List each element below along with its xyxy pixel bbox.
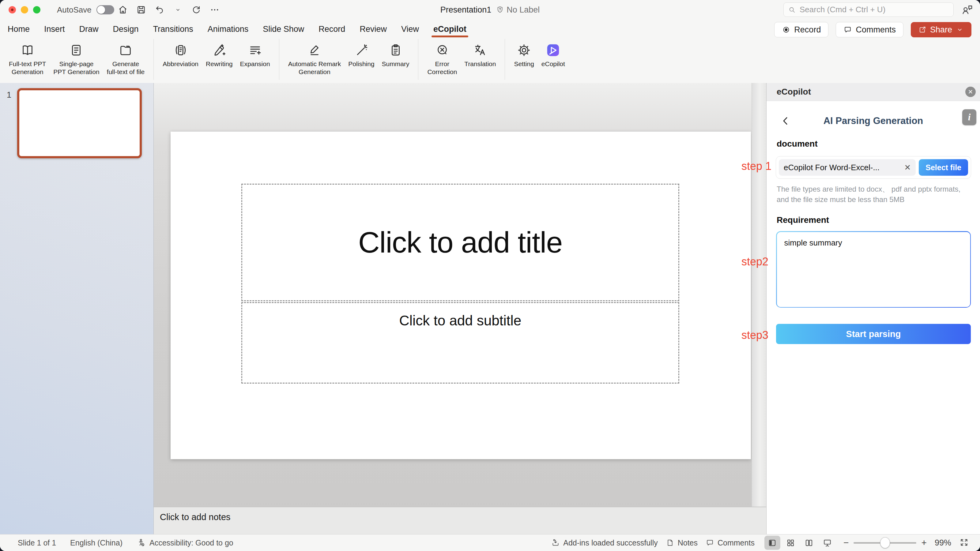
menu-tab[interactable]: Transitions [153, 24, 193, 34]
comment-icon [843, 25, 852, 34]
undo-dropdown-chevron-icon[interactable] [172, 4, 184, 16]
ribbon-item[interactable]: Abbreviation [161, 41, 200, 68]
requirement-section-label: Requirement [776, 215, 829, 225]
close-window-button[interactable] [9, 6, 16, 13]
notes-label: Notes [678, 538, 698, 547]
menu-tab[interactable]: Slide Show [263, 24, 304, 34]
language-indicator[interactable]: English (China) [70, 538, 123, 547]
slide-thumbnail-pane: 1 [0, 83, 154, 534]
record-button[interactable]: Record [774, 22, 829, 37]
addins-status[interactable]: Add-ins loaded successfully [551, 538, 658, 547]
info-button[interactable]: i [962, 109, 976, 125]
slide-number: 1 [7, 90, 11, 100]
ribbon-item[interactable]: Single-page PPT Generation [51, 41, 101, 76]
notes-pane[interactable]: Click to add notes [154, 507, 766, 534]
redo-icon[interactable] [191, 4, 202, 16]
minimize-window-button[interactable] [21, 6, 28, 13]
file-hint-line1: The file types are limited to docx、 pdf … [776, 184, 970, 194]
menu-tab[interactable]: Draw [79, 24, 99, 34]
comments-toggle[interactable]: Comments [706, 538, 755, 547]
ribbon-item[interactable]: Generate full-text of file [105, 41, 147, 76]
sensitivity-label-text: No Label [506, 5, 539, 15]
search-input[interactable] [799, 5, 949, 15]
notes-toggle[interactable]: Notes [666, 538, 698, 547]
presence-people-icon[interactable] [961, 3, 975, 16]
save-icon[interactable] [135, 4, 147, 16]
sensitivity-label[interactable]: No Label [495, 5, 539, 15]
requirement-textarea[interactable]: simple summary [777, 232, 970, 307]
selected-file-chip[interactable]: eCopilot For Word-Excel-... ✕ [779, 159, 916, 176]
remove-file-icon[interactable]: ✕ [904, 163, 911, 172]
ribbon-item[interactable]: Rewriting [204, 41, 235, 68]
ribbon-item-icon [517, 43, 531, 57]
autosave-label: AutoSave [57, 5, 92, 15]
menubar: Home Insert Draw Design [0, 20, 980, 39]
reading-view-button[interactable] [801, 536, 817, 550]
normal-view-button[interactable] [764, 536, 780, 550]
menu-tab-label: Animations [208, 24, 249, 34]
menu-tab[interactable]: Record [318, 24, 345, 34]
accessibility-status[interactable]: Accessibility: Good to go [137, 538, 233, 547]
zoom-slider[interactable] [854, 542, 916, 544]
document-section-label: document [776, 139, 818, 149]
more-commands-icon[interactable] [209, 4, 221, 16]
start-parsing-button[interactable]: Start parsing [776, 324, 971, 344]
view-switcher [764, 536, 835, 550]
menu-tab[interactable]: View [401, 24, 419, 34]
ribbon-group-correct: Error Correction Translation [418, 39, 505, 80]
menu-tab[interactable]: Insert [44, 24, 65, 34]
menu-tab[interactable]: Home [8, 24, 30, 34]
zoom-in-button[interactable]: + [921, 538, 927, 548]
slide-canvas[interactable]: Click to add title Click to add subtitle [170, 132, 751, 459]
ribbon-item[interactable]: Setting [512, 41, 536, 68]
autosave-toggle[interactable] [97, 5, 114, 14]
subtitle-placeholder-text: Click to add subtitle [399, 312, 522, 383]
share-button[interactable]: Share [911, 22, 971, 37]
annotation-step2: step2 [741, 255, 768, 268]
annotation-step1: step 1 [741, 160, 772, 173]
search-box[interactable] [783, 2, 954, 17]
menu-tab[interactable]: eCopilot [433, 24, 466, 34]
comments-icon [706, 538, 714, 547]
slide-sorter-view-button[interactable] [783, 536, 799, 550]
comments-button[interactable]: Comments [836, 22, 904, 37]
slide-count[interactable]: Slide 1 of 1 [18, 538, 56, 547]
ribbon-item[interactable]: Full-text PPT Generation [7, 41, 48, 76]
subtitle-placeholder[interactable]: Click to add subtitle [241, 302, 679, 384]
ecopilot-panel: eCopilot ✕ AI Parsing Generation i docum… [766, 83, 980, 534]
home-icon[interactable] [117, 4, 129, 16]
ribbon-item[interactable]: Expansion [238, 41, 272, 68]
editor-scrollbar[interactable] [751, 83, 766, 507]
ribbon-item[interactable]: Automatic Remark Generation [286, 41, 343, 76]
toggle-knob [97, 6, 105, 14]
menu-tab[interactable]: Animations [208, 24, 249, 34]
panel-header-title: eCopilot [776, 87, 811, 97]
menu-tab[interactable]: Design [113, 24, 139, 34]
accessibility-text: Accessibility: Good to go [150, 538, 233, 547]
slide-thumbnail[interactable] [17, 88, 142, 158]
select-file-button[interactable]: Select file [919, 159, 968, 176]
menu-tab[interactable]: Review [360, 24, 387, 34]
ribbon-item[interactable]: Polishing [346, 41, 376, 68]
zoom-window-button[interactable] [33, 6, 40, 13]
zoom-percentage[interactable]: 99% [935, 538, 951, 548]
annotation-step3: step3 [741, 329, 768, 341]
requirement-textarea-border: simple summary [776, 231, 971, 308]
menu-tab-label: Home [8, 24, 30, 34]
fullscreen-icon[interactable] [959, 538, 970, 548]
slideshow-view-button[interactable] [819, 536, 835, 550]
zoom-slider-thumb[interactable] [880, 537, 890, 548]
titlebar: AutoSave Presentation1 No Label [0, 0, 980, 20]
zoom-out-button[interactable]: − [843, 538, 849, 548]
title-placeholder[interactable]: Click to add title [241, 184, 679, 301]
info-icon: i [968, 112, 971, 123]
ribbon-item[interactable]: Error Correction [425, 41, 459, 76]
ribbon-group-rewrite: Abbreviation Rewriting Expansion [153, 39, 279, 80]
window-controls [9, 6, 40, 13]
undo-icon[interactable] [154, 4, 165, 16]
panel-close-icon[interactable]: ✕ [965, 87, 976, 97]
ribbon-item[interactable]: Translation [462, 41, 498, 68]
record-label: Record [794, 25, 821, 35]
ribbon-item[interactable]: eCopilot [539, 41, 567, 68]
ribbon-item[interactable]: Summary [380, 41, 412, 68]
